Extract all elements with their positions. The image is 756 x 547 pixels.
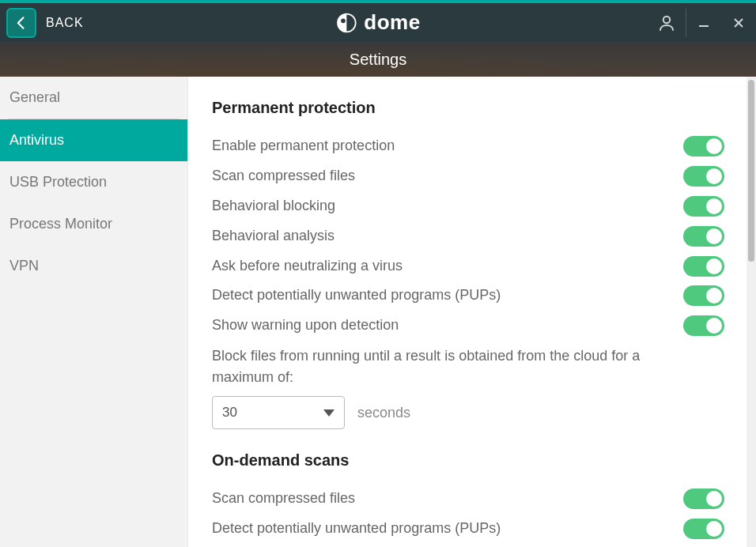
section-title-on-demand-scans: On-demand scans bbox=[212, 451, 724, 470]
cloud-block-description: Block files from running until a result … bbox=[212, 345, 694, 388]
panda-logo-icon bbox=[335, 12, 357, 34]
toggle-enable-permanent-protection[interactable] bbox=[683, 136, 724, 157]
back-button[interactable] bbox=[6, 8, 36, 38]
section-title-permanent-protection: Permanent protection bbox=[212, 99, 724, 117]
option-row: Behavioral blocking bbox=[212, 191, 724, 221]
toggle-scan-compressed-files[interactable] bbox=[683, 166, 724, 187]
option-label: Scan compressed files bbox=[212, 488, 355, 510]
page-header: Settings bbox=[0, 42, 756, 77]
chevron-left-icon bbox=[13, 15, 29, 31]
titlebar: BACK dome bbox=[0, 0, 756, 42]
minimize-button[interactable] bbox=[686, 3, 721, 42]
sidebar-item-general[interactable]: General bbox=[0, 77, 187, 119]
svg-point-1 bbox=[341, 18, 346, 23]
scrollbar-thumb[interactable] bbox=[748, 80, 754, 262]
chevron-down-icon bbox=[323, 409, 335, 417]
option-row: Scan compressed files bbox=[212, 484, 724, 514]
toggle-detect-pups[interactable] bbox=[683, 285, 724, 306]
option-label: Behavioral blocking bbox=[212, 195, 335, 217]
brand-text: dome bbox=[364, 10, 420, 35]
unit-label: seconds bbox=[357, 405, 410, 421]
toggle-behavioral-analysis[interactable] bbox=[683, 226, 724, 247]
close-button[interactable] bbox=[721, 3, 756, 42]
toggle-ondemand-scan-compressed[interactable] bbox=[683, 489, 724, 509]
option-label: Detect potentially unwanted programs (PU… bbox=[212, 285, 501, 307]
option-row: Detect potentially unwanted programs (PU… bbox=[212, 281, 724, 311]
option-row: Ask before neutralizing a virus bbox=[212, 251, 724, 281]
svg-point-2 bbox=[663, 16, 670, 22]
settings-content: Permanent protection Enable permanent pr… bbox=[188, 77, 747, 547]
brand-logo: dome bbox=[335, 10, 420, 35]
sidebar: General Antivirus USB Protection Process… bbox=[0, 77, 188, 547]
toggle-behavioral-blocking[interactable] bbox=[683, 196, 724, 217]
option-label: Behavioral analysis bbox=[212, 225, 335, 247]
option-row: Enable permanent protection bbox=[212, 131, 724, 161]
close-icon bbox=[732, 17, 745, 29]
option-label: Detect potentially unwanted programs (PU… bbox=[212, 518, 501, 540]
sidebar-item-usb-protection[interactable]: USB Protection bbox=[0, 161, 187, 203]
option-row: Scan after cache synchronization bbox=[212, 544, 724, 547]
option-row: Show warning upon detection bbox=[212, 311, 724, 341]
minimize-icon bbox=[697, 17, 710, 29]
page-title: Settings bbox=[350, 51, 406, 69]
back-label[interactable]: BACK bbox=[46, 16, 84, 30]
scrollbar[interactable] bbox=[747, 77, 756, 547]
toggle-ondemand-detect-pups[interactable] bbox=[683, 519, 724, 539]
sidebar-item-antivirus[interactable]: Antivirus bbox=[0, 119, 187, 161]
dropdown-value: 30 bbox=[222, 405, 237, 421]
option-row: Scan compressed files bbox=[212, 161, 724, 191]
user-icon bbox=[657, 13, 676, 32]
toggle-show-warning-detection[interactable] bbox=[683, 315, 724, 336]
window-controls bbox=[648, 3, 756, 42]
option-row: Behavioral analysis bbox=[212, 221, 724, 251]
toggle-ask-before-neutralizing[interactable] bbox=[683, 256, 724, 277]
option-label: Show warning upon detection bbox=[212, 315, 399, 337]
account-button[interactable] bbox=[648, 3, 686, 42]
option-label: Enable permanent protection bbox=[212, 135, 395, 157]
option-label: Scan compressed files bbox=[212, 165, 355, 187]
cloud-block-timeout-dropdown[interactable]: 30 bbox=[212, 396, 345, 429]
option-row: Detect potentially unwanted programs (PU… bbox=[212, 514, 724, 544]
sidebar-item-vpn[interactable]: VPN bbox=[0, 245, 187, 287]
option-label: Ask before neutralizing a virus bbox=[212, 255, 403, 277]
sidebar-item-process-monitor[interactable]: Process Monitor bbox=[0, 203, 187, 245]
